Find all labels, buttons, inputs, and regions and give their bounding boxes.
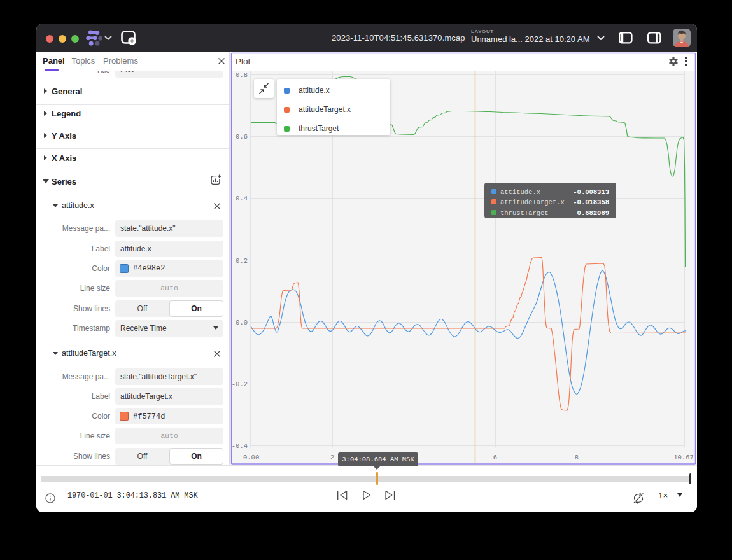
svg-text:0.8: 0.8: [236, 71, 248, 79]
svg-text:0.6: 0.6: [236, 133, 248, 141]
svg-text:0.2: 0.2: [236, 257, 248, 265]
svg-text:0.0: 0.0: [236, 319, 248, 326]
svg-text:2: 2: [330, 454, 334, 461]
svg-text:0.4: 0.4: [236, 195, 248, 202]
svg-text:6: 6: [493, 454, 497, 461]
svg-text:8: 8: [575, 454, 579, 461]
svg-text:Plot: Plot: [236, 57, 251, 66]
svg-text:-0.2: -0.2: [232, 381, 248, 388]
svg-text:10.67: 10.67: [673, 454, 694, 461]
svg-text:-0.4: -0.4: [232, 442, 248, 450]
svg-text:0.00: 0.00: [243, 454, 259, 461]
